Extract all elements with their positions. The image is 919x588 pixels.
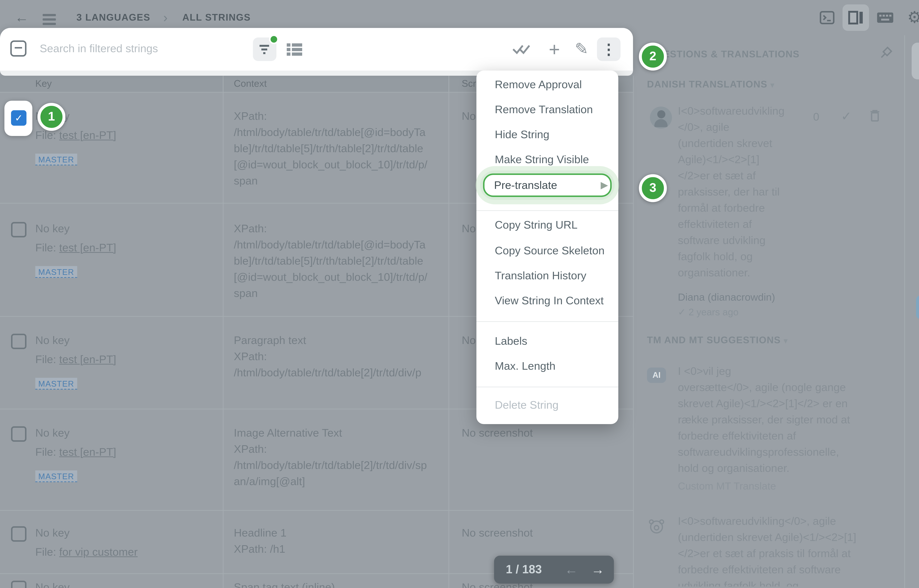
- select-all-checkbox[interactable]: [10, 40, 26, 57]
- search-input[interactable]: [38, 41, 232, 55]
- suggestion-text[interactable]: I<0>softwareudvikling</0>, agile (undert…: [678, 513, 862, 586]
- filter-button[interactable]: [253, 37, 276, 61]
- crowdin-mascot-icon: [647, 517, 666, 535]
- list-view-icon[interactable]: [287, 44, 303, 56]
- menu-item-translation-history[interactable]: Translation History: [495, 268, 586, 284]
- branch-badge[interactable]: MASTER: [35, 152, 77, 165]
- row-divider: [0, 510, 633, 511]
- column-divider: [449, 76, 449, 588]
- row-checkbox[interactable]: [11, 334, 26, 349]
- menu-item-hide-string[interactable]: Hide String: [495, 126, 549, 142]
- vote-count[interactable]: 0: [813, 110, 819, 123]
- row-screenshot: No screenshot: [462, 425, 533, 441]
- console-icon[interactable]: [819, 10, 835, 26]
- branch-badge[interactable]: MASTER: [35, 265, 77, 278]
- submenu-arrow-icon: ▶: [601, 174, 608, 196]
- row-key: No key: [35, 579, 69, 588]
- translation-timestamp: ✓ 2 years ago: [678, 307, 738, 318]
- search-toolbar: + ✎ ⋮: [0, 28, 633, 71]
- row-context: Headline 1 XPath: /h1: [234, 525, 431, 557]
- danish-translations-header[interactable]: DANISH TRANSLATIONS ▾: [647, 79, 775, 90]
- panel-edge-divider: [633, 76, 634, 588]
- rail-divider: [904, 35, 905, 588]
- row-checkbox[interactable]: [11, 581, 26, 588]
- tm-suggestions-header[interactable]: TM AND MT SUGGESTIONS ▾: [647, 334, 788, 346]
- approve-check-icon[interactable]: ✓: [841, 109, 851, 124]
- branch-badge[interactable]: MASTER: [35, 376, 77, 389]
- translation-text[interactable]: I<0>softwareudvikling </0>, agile (under…: [678, 103, 814, 281]
- suggestions-panel-header: ESTIONS & TRANSLATIONS: [663, 48, 799, 60]
- file-label: File:: [35, 353, 56, 365]
- menu-item-make-string-visible[interactable]: Make String Visible: [495, 152, 589, 168]
- menu-item-remove-translation[interactable]: Remove Translation: [495, 102, 593, 118]
- tour-step-1-badge: 1: [37, 103, 65, 131]
- file-link[interactable]: for vip customer: [59, 545, 138, 558]
- translation-author[interactable]: Diana (dianacrowdin): [678, 291, 775, 303]
- filter-active-dot: [269, 34, 279, 44]
- file-label: File:: [35, 241, 56, 254]
- row-screenshot: No screenshot: [462, 525, 533, 541]
- file-link[interactable]: test [en-PT]: [59, 446, 116, 458]
- file-link[interactable]: test [en-PT]: [59, 129, 116, 141]
- column-header-context: Context: [234, 76, 267, 92]
- tour-step-2-badge: 2: [639, 43, 667, 71]
- dropdown-arrow-icon: ▾: [770, 81, 775, 89]
- menu-divider: [476, 387, 618, 387]
- file-link[interactable]: test [en-PT]: [59, 353, 116, 365]
- menu-divider: [476, 210, 618, 211]
- translator-avatar: [650, 107, 672, 129]
- row-key: No key: [35, 332, 69, 348]
- column-header-key: Key: [35, 76, 52, 92]
- translations-tab-active[interactable]: A: [912, 43, 919, 79]
- file-link[interactable]: test [en-PT]: [59, 241, 116, 254]
- row-checkbox[interactable]: [11, 222, 26, 237]
- suggestion-text[interactable]: I <0>vil jeg oversætte</0>, agile (nogle…: [678, 363, 858, 476]
- side-panel-toggle[interactable]: [843, 5, 869, 31]
- approve-all-icon[interactable]: [512, 43, 531, 56]
- row-checkbox[interactable]: [11, 426, 26, 442]
- menu-hamburger-icon[interactable]: [43, 12, 56, 27]
- dropdown-arrow-icon: ▾: [784, 337, 788, 345]
- row-key: No key: [35, 525, 69, 541]
- delete-translation-icon[interactable]: [869, 109, 881, 122]
- column-divider: [223, 76, 223, 588]
- row-key: No key: [35, 425, 69, 441]
- ai-suggestion-icon: AI: [647, 367, 666, 383]
- row-context: XPath: /html/body/table/tr/td/table[@id=…: [234, 221, 431, 301]
- previous-page-icon[interactable]: ←: [565, 556, 578, 583]
- file-label: File:: [35, 446, 56, 458]
- menu-item-copy-string-url[interactable]: Copy String URL: [495, 217, 578, 233]
- pagination: 1 / 183 ← →: [494, 556, 614, 583]
- page-indicator: 1 / 183: [506, 556, 542, 583]
- menu-item-max-length[interactable]: Max. Length: [495, 358, 556, 374]
- branch-badge[interactable]: MASTER: [35, 469, 77, 482]
- keyboard-icon[interactable]: [876, 10, 894, 26]
- string-actions-menu: Remove Approval Remove Translation Hide …: [476, 71, 618, 424]
- edit-pencil-icon[interactable]: ✎: [570, 37, 593, 61]
- menu-item-copy-source-skeleton[interactable]: Copy Source Skeleton: [495, 242, 604, 259]
- menu-item-remove-approval[interactable]: Remove Approval: [495, 76, 582, 93]
- pin-icon[interactable]: [877, 45, 893, 62]
- file-label: File:: [35, 545, 56, 558]
- row-file: File: test [en-PT]: [35, 240, 116, 256]
- row-file: File: test [en-PT]: [35, 444, 116, 460]
- row-key: No key: [35, 221, 69, 237]
- more-actions-button[interactable]: ⋮: [597, 37, 620, 61]
- row-checkbox[interactable]: ✓: [11, 110, 26, 126]
- row-file: File: for vip customer: [35, 544, 138, 560]
- app-window: ← 3 LANGUAGES › ALL STRINGS ⚙ + ✎: [0, 0, 919, 588]
- row-file: File: test [en-PT]: [35, 351, 116, 367]
- pre-translate-label: Pre-translate: [494, 174, 557, 196]
- add-string-icon[interactable]: +: [543, 37, 566, 61]
- row-checkbox[interactable]: [11, 526, 26, 542]
- time-check-icon: ✓: [678, 307, 686, 318]
- next-page-icon[interactable]: →: [591, 556, 604, 583]
- menu-item-view-string-in-context[interactable]: View String In Context: [495, 292, 604, 309]
- screenshot-tool-active[interactable]: [916, 296, 919, 319]
- suggestion-source[interactable]: Custom MT Translate: [678, 480, 776, 492]
- menu-item-labels[interactable]: Labels: [495, 333, 527, 349]
- row-context: Image Alternative Text XPath: /html/body…: [234, 425, 431, 489]
- row-context: XPath: /html/body/table/tr/td/table[@id=…: [234, 108, 431, 189]
- settings-gear-icon[interactable]: ⚙: [907, 0, 919, 35]
- menu-item-delete-string: Delete String: [495, 397, 559, 413]
